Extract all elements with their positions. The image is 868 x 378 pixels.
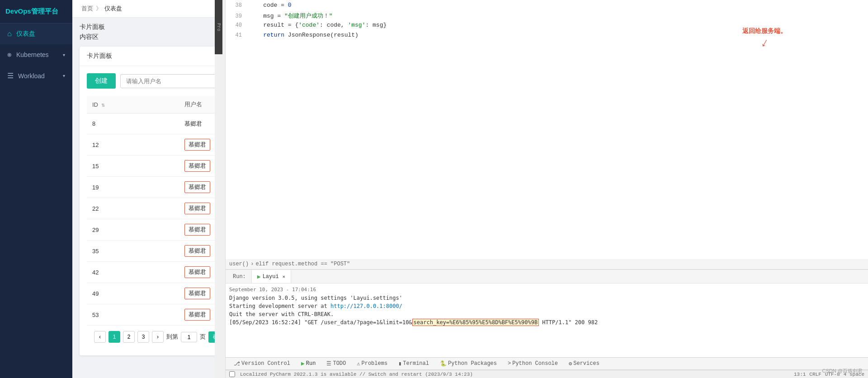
run-output-line-1: September 10, 2023 - 17:04:16 [229, 286, 864, 294]
chevron-down-icon: ▾ [63, 73, 65, 78]
main-area: 首页 》 仪表盘 卡片面板 内容区 卡片面板 创建 搜索 ID ⇅ 用户名 [72, 0, 868, 378]
problems-tab[interactable]: ⚠ Problems [352, 358, 392, 369]
col-id: ID ⇅ [87, 96, 179, 113]
cell-id: 12 [87, 134, 179, 156]
services-icon: ⚙ [569, 360, 572, 367]
page-2-button[interactable]: 2 [123, 331, 135, 343]
goto-page-input[interactable] [181, 332, 197, 342]
run-output-search-line: [05/Sep/2023 16:52:24] "GET /user_data/?… [229, 318, 864, 326]
breadcrumb-home[interactable]: 首页 [81, 5, 93, 13]
version-control-label: Version Control [241, 360, 290, 367]
search-input[interactable] [120, 74, 220, 88]
cell-id: 53 [87, 304, 179, 326]
goto-label: 到第 [166, 333, 178, 341]
sidebar-item-label: Kubernetes [16, 51, 58, 58]
highlighted-name: 慕郷君 [184, 139, 210, 151]
run-output-line-4: Quit the server with CTRL-BREAK. [229, 310, 864, 318]
breadcrumb-current: 仪表盘 [104, 5, 122, 13]
ide-file-breadcrumb: user() › elif request.method == "POST" [226, 259, 868, 269]
layui-tab[interactable]: ▶ Layui ✕ [251, 270, 291, 283]
cell-id: 35 [87, 241, 179, 262]
highlighted-name: 慕郷君 [184, 309, 210, 321]
ide-statusbar: Localized PyCharm 2022.1.3 is available … [226, 370, 868, 378]
terminal-label: Terminal [403, 360, 429, 367]
services-label: Services [573, 360, 599, 367]
app-title: DevOps管理平台 [0, 0, 72, 24]
sidebar-item-dashboard[interactable]: ⌂ 仪表盘 [0, 24, 72, 44]
run-tool-tab[interactable]: ▶ Run [297, 358, 320, 369]
highlighted-name: 慕郷君 [184, 224, 210, 236]
sidebar-item-workload[interactable]: ☰ Workload ▾ [0, 65, 72, 86]
search-key-highlight: search_key=%E6%85%95%E5%8D%BF%E5%90%9B [412, 319, 539, 326]
chevron-down-icon: ▾ [63, 52, 65, 57]
terminal-icon: ▮ [398, 360, 401, 367]
page-3-button[interactable]: 3 [137, 331, 149, 343]
run-panel: Run: ▶ Layui ✕ September 10, 2023 - 17:0… [226, 269, 868, 378]
version-control-tab[interactable]: ⎇ Version Control [229, 358, 295, 369]
sidebar: DevOps管理平台 ⌂ 仪表盘 ⎈ Kubernetes ▾ ☰ Worklo… [0, 0, 72, 378]
statusbar-position: 13:1 [794, 372, 806, 377]
todo-label: TODO [333, 360, 346, 367]
bottom-tools: ⎇ Version Control ▶ Run ☰ TODO ⚠ Problem… [226, 357, 868, 370]
cell-id: 22 [87, 198, 179, 219]
sidebar-item-label: Workload [18, 72, 58, 80]
pro-label: Pro [215, 0, 222, 54]
python-console-icon: > [508, 360, 511, 367]
run-play-icon: ▶ [257, 273, 261, 280]
terminal-tab[interactable]: ▮ Terminal [394, 358, 434, 369]
todo-tab[interactable]: ☰ TODO [322, 358, 350, 369]
cell-id: 8 [87, 113, 179, 134]
problems-icon: ⚠ [357, 360, 360, 367]
breadcrumb-sep: › [250, 261, 254, 267]
workload-icon: ☰ [7, 71, 14, 80]
breadcrumb-method: elif request.method == "POST" [255, 261, 350, 267]
code-editor: 38 code = 0 39 msg = "创建用户成功！" 40 result… [226, 0, 868, 378]
create-button[interactable]: 创建 [87, 73, 116, 89]
ide-overlay: Pro S B 38 code = 0 39 msg = "创建用户成功！" 4… [215, 0, 868, 378]
run-tool-label: Run [306, 360, 316, 367]
code-line-38: 38 code = 0 [226, 2, 868, 12]
highlighted-name: 慕郷君 [184, 288, 210, 299]
run-tabs: Run: ▶ Layui ✕ [226, 270, 868, 284]
breadcrumb-func: user() [229, 261, 249, 267]
page-next-button[interactable]: › [152, 331, 164, 343]
problems-label: Problems [362, 360, 388, 367]
page-prev-button[interactable]: ‹ [94, 331, 106, 343]
highlighted-name: 慕郷君 [184, 266, 210, 278]
services-tab[interactable]: ⚙ Services [564, 358, 604, 369]
python-packages-tab[interactable]: 🐍 Python Packages [435, 358, 501, 369]
run-output-line-3: Starting development server at http://12… [229, 302, 864, 310]
server-link[interactable]: http://127.0.0.1:8000/ [330, 303, 402, 309]
python-console-label: Python Console [512, 360, 558, 367]
cell-id: 29 [87, 219, 179, 241]
code-line-39: 39 msg = "创建用户成功！" [226, 12, 868, 22]
cell-id: 42 [87, 262, 179, 283]
python-packages-label: Python Packages [448, 360, 497, 367]
highlighted-name: 慕郷君 [184, 245, 210, 257]
python-console-tab[interactable]: > Python Console [503, 358, 562, 369]
highlighted-name: 慕郷君 [184, 181, 210, 193]
run-label-tab: Run: [227, 270, 251, 283]
annotation-text: 返回给服务端。 [742, 27, 787, 35]
highlighted-name: 慕郷君 [184, 203, 210, 214]
page-1-button[interactable]: 1 [108, 331, 120, 343]
run-label: Run: [233, 274, 246, 280]
cell-id: 15 [87, 156, 179, 177]
python-packages-icon: 🐍 [440, 360, 447, 367]
watermark: CSDN @百炼剑君 [822, 368, 863, 374]
version-control-icon: ⎇ [234, 360, 240, 367]
sidebar-item-kubernetes[interactable]: ⎈ Kubernetes ▾ [0, 44, 72, 65]
home-icon: ⌂ [7, 30, 12, 38]
run-output-line-2: Django version 3.0.5, using settings 'La… [229, 294, 864, 302]
statusbar-checkbox[interactable] [229, 371, 235, 377]
run-icon: ▶ [301, 360, 305, 367]
breadcrumb-sep: 》 [96, 5, 102, 13]
cell-id: 49 [87, 283, 179, 304]
run-output: September 10, 2023 - 17:04:16 Django ver… [226, 284, 868, 357]
close-tab-icon[interactable]: ✕ [283, 274, 285, 279]
layui-tab-label: Layui [263, 274, 279, 280]
cell-id: 19 [87, 177, 179, 198]
kubernetes-icon: ⎈ [7, 51, 12, 59]
page-label: 页 [200, 333, 206, 341]
sidebar-item-label: 仪表盘 [16, 30, 65, 38]
